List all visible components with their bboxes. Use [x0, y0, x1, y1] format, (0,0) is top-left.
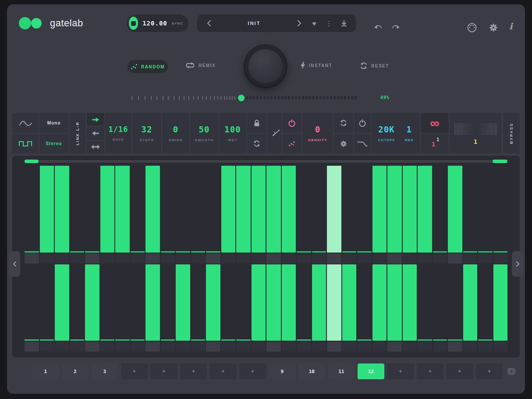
step-bar[interactable] — [40, 166, 54, 253]
step-column[interactable] — [85, 166, 99, 253]
step-column[interactable] — [372, 264, 387, 341]
step-column[interactable] — [115, 264, 130, 341]
lock-button[interactable] — [247, 113, 266, 133]
step-column[interactable] — [448, 264, 462, 341]
step-base-cell[interactable] — [131, 253, 145, 264]
direction-backward-button[interactable] — [87, 127, 104, 139]
step-column[interactable] — [252, 264, 266, 341]
step-bar[interactable] — [327, 264, 341, 341]
step-bar[interactable] — [387, 166, 402, 253]
pattern-button-2[interactable]: 2 — [62, 363, 89, 379]
pattern-button-1[interactable]: 1 — [32, 363, 59, 379]
step-bar[interactable] — [403, 264, 417, 341]
step-column[interactable] — [282, 166, 296, 253]
step-bar[interactable] — [266, 264, 281, 341]
step-bar[interactable] — [100, 166, 115, 253]
step-column[interactable] — [327, 166, 341, 253]
step-bar[interactable] — [403, 166, 417, 253]
step-column[interactable] — [297, 166, 311, 253]
step-column[interactable] — [433, 264, 447, 341]
step-column[interactable] — [266, 264, 281, 341]
step-base-cell[interactable] — [70, 342, 85, 352]
pattern-add-button[interactable]: + — [180, 363, 207, 379]
pattern-button-11[interactable]: 11 — [328, 363, 355, 379]
step-column[interactable] — [403, 166, 417, 253]
wet-control[interactable]: 100 WET — [219, 113, 246, 153]
step-base-cell[interactable] — [312, 253, 326, 264]
step-column[interactable] — [478, 264, 493, 341]
density-power-button[interactable] — [282, 113, 301, 133]
step-column[interactable] — [236, 264, 251, 341]
sine-wave-button[interactable] — [12, 113, 39, 133]
step-base-cell[interactable] — [40, 342, 54, 352]
step-base-cell[interactable] — [100, 342, 115, 352]
step-column[interactable] — [55, 166, 69, 253]
step-base-cell[interactable] — [297, 253, 311, 264]
remix-button[interactable]: REMIX — [185, 62, 216, 69]
step-bar[interactable] — [145, 166, 160, 253]
step-column[interactable] — [85, 264, 99, 341]
step-base-cell[interactable] — [25, 342, 39, 352]
noise-variation-cell[interactable]: 1 — [450, 113, 501, 153]
step-column[interactable] — [100, 264, 115, 341]
step-column[interactable] — [342, 166, 357, 253]
step-column[interactable] — [282, 264, 296, 341]
step-column[interactable] — [493, 264, 508, 341]
pattern-add-button[interactable]: + — [209, 363, 237, 379]
step-bar[interactable] — [206, 264, 220, 341]
step-bar[interactable] — [252, 166, 266, 253]
step-bar[interactable] — [493, 264, 508, 341]
step-base-cell[interactable] — [221, 253, 236, 264]
step-bar[interactable] — [266, 166, 281, 253]
slider-thumb[interactable] — [238, 95, 245, 101]
step-base-cell[interactable] — [176, 253, 190, 264]
delete-pattern-button[interactable]: ✕ — [507, 368, 515, 375]
step-column[interactable] — [70, 264, 85, 341]
step-base-cell[interactable] — [357, 253, 372, 264]
step-column[interactable] — [372, 166, 387, 253]
filter-settings-button[interactable] — [334, 134, 353, 153]
step-bar[interactable] — [418, 166, 432, 253]
step-column[interactable] — [236, 166, 251, 253]
step-base-cell[interactable] — [191, 253, 206, 264]
step-base-cell[interactable] — [236, 342, 251, 352]
loop-count-button[interactable]: 11 — [421, 134, 449, 153]
step-column[interactable] — [463, 166, 478, 253]
pattern-add-button[interactable]: + — [446, 363, 473, 379]
step-base-cell[interactable] — [221, 342, 236, 352]
step-bar[interactable] — [372, 264, 387, 341]
reset-button[interactable]: RESET — [360, 62, 389, 70]
step-column[interactable] — [191, 166, 206, 253]
redo-button[interactable] — [390, 21, 401, 32]
pattern-add-button[interactable]: + — [121, 363, 148, 379]
step-base-cell[interactable] — [25, 253, 39, 264]
sync-label[interactable]: SYNC — [172, 21, 183, 25]
step-column[interactable] — [55, 264, 69, 341]
step-base-cell[interactable] — [40, 253, 54, 264]
step-base-cell[interactable] — [145, 253, 160, 264]
info-button[interactable]: i — [509, 21, 513, 32]
loop-range-bar[interactable] — [25, 160, 507, 163]
step-column[interactable] — [25, 166, 39, 253]
step-column[interactable] — [221, 264, 236, 341]
bypass-button[interactable]: BYPASS — [503, 113, 520, 153]
step-column[interactable] — [25, 264, 39, 341]
step-base-cell[interactable] — [70, 253, 85, 264]
step-base-cell[interactable] — [266, 342, 281, 352]
scroll-left-button[interactable] — [9, 251, 20, 277]
save-preset-button[interactable] — [338, 18, 350, 29]
step-base-cell[interactable] — [372, 342, 387, 352]
mute-note-button[interactable]: ♪ — [267, 113, 281, 153]
step-column[interactable] — [478, 166, 493, 253]
step-column[interactable] — [403, 264, 417, 341]
step-base-cell[interactable] — [448, 342, 462, 352]
step-base-cell[interactable] — [297, 342, 311, 352]
step-base-cell[interactable] — [357, 342, 372, 352]
step-column[interactable] — [40, 264, 54, 341]
step-base-cell[interactable] — [206, 342, 220, 352]
step-column[interactable] — [312, 166, 326, 253]
step-base-cell[interactable] — [327, 342, 341, 352]
instant-button[interactable]: INSTANT — [300, 62, 332, 69]
step-base-cell[interactable] — [433, 342, 447, 352]
step-base-cell[interactable] — [282, 342, 296, 352]
